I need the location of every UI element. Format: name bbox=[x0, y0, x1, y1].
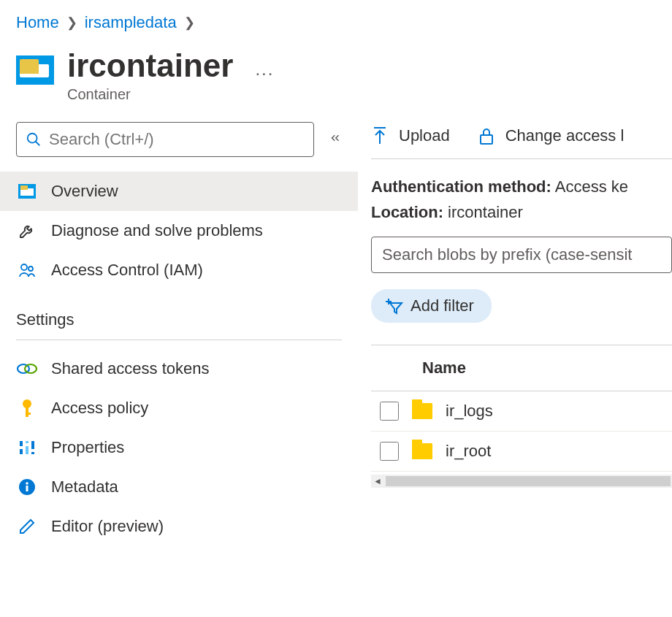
nav-item-label: Properties bbox=[51, 438, 124, 457]
chevron-right-icon: ❯ bbox=[184, 15, 195, 31]
nav-item-label: Shared access tokens bbox=[51, 359, 209, 378]
key-icon bbox=[16, 399, 38, 418]
svg-line-1 bbox=[36, 142, 40, 146]
nav-item-label: Access policy bbox=[51, 399, 148, 418]
nav-access-policy[interactable]: Access policy bbox=[16, 388, 342, 428]
svg-point-8 bbox=[25, 364, 37, 373]
folder-icon bbox=[412, 443, 432, 459]
breadcrumb-home-link[interactable]: Home bbox=[16, 13, 59, 32]
properties-icon bbox=[16, 439, 38, 456]
filter-icon bbox=[384, 297, 403, 315]
breadcrumb-parent-link[interactable]: irsampledata bbox=[85, 13, 177, 32]
toolbar: Upload Change access l bbox=[371, 126, 672, 159]
svg-rect-15 bbox=[20, 446, 23, 449]
info-icon bbox=[16, 478, 38, 496]
lock-icon bbox=[478, 126, 495, 145]
nav-properties[interactable]: Properties bbox=[16, 428, 342, 467]
table-row[interactable]: ir_logs bbox=[371, 391, 672, 432]
scroll-track[interactable] bbox=[386, 476, 671, 486]
search-box[interactable] bbox=[16, 122, 314, 157]
nav-diagnose[interactable]: Diagnose and solve problems bbox=[0, 211, 358, 250]
pencil-icon bbox=[16, 518, 38, 535]
upload-button[interactable]: Upload bbox=[371, 126, 450, 145]
blob-search-input[interactable]: Search blobs by prefix (case-sensit bbox=[371, 237, 672, 273]
more-menu-icon[interactable]: ··· bbox=[255, 63, 274, 83]
nav-overview[interactable]: Overview bbox=[0, 172, 358, 211]
svg-rect-4 bbox=[20, 185, 28, 190]
nav-editor[interactable]: Editor (preview) bbox=[16, 507, 342, 546]
blob-name: ir_logs bbox=[446, 402, 493, 421]
svg-marker-26 bbox=[390, 303, 402, 313]
nav-metadata[interactable]: Metadata bbox=[16, 467, 342, 507]
svg-point-6 bbox=[28, 267, 33, 271]
svg-rect-10 bbox=[26, 407, 28, 417]
blob-name: ir_root bbox=[446, 442, 491, 461]
svg-rect-19 bbox=[26, 486, 28, 491]
row-checkbox[interactable] bbox=[380, 402, 399, 421]
table-row[interactable]: ir_root bbox=[371, 432, 672, 472]
nav-item-label: Access Control (IAM) bbox=[51, 261, 203, 280]
svg-rect-11 bbox=[26, 413, 31, 415]
sidebar: Overview Diagnose and solve problems Acc… bbox=[0, 112, 358, 556]
nav-item-label: Editor (preview) bbox=[51, 517, 164, 536]
collapse-sidebar-icon[interactable] bbox=[329, 131, 342, 148]
wrench-icon bbox=[16, 222, 38, 239]
container-icon bbox=[16, 55, 54, 85]
change-access-button[interactable]: Change access l bbox=[478, 126, 625, 145]
svg-point-5 bbox=[21, 264, 27, 270]
column-header-name[interactable]: Name bbox=[371, 345, 672, 391]
add-filter-button[interactable]: Add filter bbox=[371, 289, 492, 323]
nav-iam[interactable]: Access Control (IAM) bbox=[0, 250, 358, 290]
row-checkbox[interactable] bbox=[380, 442, 399, 461]
location-label: Location: bbox=[371, 203, 443, 221]
search-icon bbox=[26, 131, 42, 147]
chevron-right-icon: ❯ bbox=[66, 15, 77, 31]
search-input[interactable] bbox=[49, 130, 305, 149]
settings-section-title: Settings bbox=[16, 310, 342, 340]
svg-point-20 bbox=[26, 482, 28, 485]
page-subtitle: Container bbox=[67, 86, 233, 103]
nav-item-label: Overview bbox=[51, 182, 118, 201]
svg-rect-14 bbox=[31, 441, 34, 454]
info-block: Authentication method: Access ke Locatio… bbox=[371, 174, 672, 225]
page-title: ircontainer bbox=[67, 50, 233, 82]
nav-shared-tokens[interactable]: Shared access tokens bbox=[16, 349, 342, 388]
main-panel: Upload Change access l Authentication me… bbox=[358, 112, 672, 556]
add-filter-label: Add filter bbox=[411, 296, 474, 315]
auth-method-value: Access ke bbox=[551, 177, 628, 196]
folder-icon bbox=[412, 403, 432, 419]
nav-item-label: Diagnose and solve problems bbox=[51, 221, 263, 240]
nav-item-label: Metadata bbox=[51, 478, 118, 497]
location-value: ircontainer bbox=[443, 203, 523, 221]
horizontal-scrollbar[interactable]: ◄ bbox=[371, 475, 672, 488]
svg-rect-13 bbox=[26, 441, 28, 454]
tool-label: Upload bbox=[399, 126, 450, 145]
breadcrumb: Home ❯ irsampledata ❯ bbox=[0, 0, 672, 32]
svg-rect-16 bbox=[26, 443, 28, 446]
auth-method-label: Authentication method: bbox=[371, 177, 551, 196]
svg-point-0 bbox=[28, 134, 37, 143]
overview-icon bbox=[16, 184, 38, 199]
link-icon bbox=[16, 361, 38, 376]
tool-label: Change access l bbox=[505, 126, 625, 145]
page-header: ircontainer Container ··· bbox=[0, 32, 672, 112]
svg-rect-23 bbox=[481, 135, 492, 144]
svg-rect-17 bbox=[31, 449, 34, 452]
upload-icon bbox=[371, 126, 389, 145]
people-icon bbox=[16, 261, 38, 279]
scroll-left-icon[interactable]: ◄ bbox=[371, 476, 384, 486]
